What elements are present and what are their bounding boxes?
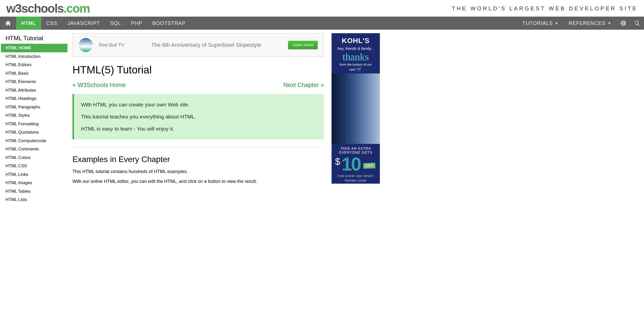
nav-item-sql[interactable]: SQL (105, 17, 126, 30)
ad-learn-more-button[interactable]: Learn more (288, 41, 318, 49)
intro-box: With HTML you can create your own Web si… (72, 94, 324, 139)
body-text: With our online HTML editor, you can edi… (72, 179, 324, 184)
right-column: KOHL'S hey, friends & family... thanks f… (332, 30, 382, 209)
pager: « W3Schools Home Next Chapter » (72, 82, 324, 89)
globe-button[interactable] (616, 17, 630, 30)
ad-banner-top[interactable]: Red Bull TV The 6th Anniversary of Super… (72, 33, 324, 57)
tagline: THE WORLD'S LARGEST WEB DEVELOPER SITE (452, 5, 638, 12)
cart-icon: 🛒 (356, 67, 362, 74)
ad-subhead: hey, friends & family... (332, 46, 380, 52)
home-icon (5, 20, 11, 26)
sidebar-item[interactable]: HTML Images (0, 179, 67, 187)
nav-item-php[interactable]: PHP (126, 17, 147, 30)
main-content: Red Bull TV The 6th Anniversary of Super… (67, 30, 332, 209)
caret-down-icon: ▼ (608, 21, 611, 25)
ad-dollar: $ (335, 156, 340, 167)
sidebar-item[interactable]: HTML Lists (0, 195, 67, 204)
next-link[interactable]: Next Chapter » (284, 82, 324, 89)
sidebar-item[interactable]: HTML Tables (0, 187, 67, 196)
sidebar-item-html-home[interactable]: HTML HOME (1, 44, 67, 52)
sidebar-item[interactable]: HTML Comments (0, 145, 67, 153)
sidebar-item[interactable]: HTML Styles (0, 111, 67, 120)
top-nav: HTML CSS JAVASCRIPT SQL PHP BOOTSTRAP TU… (0, 17, 644, 30)
sidebar-item[interactable]: HTML Paragraphs (0, 103, 67, 111)
sidebar-item[interactable]: HTML Quotations (0, 128, 67, 137)
logo-suffix: .com (63, 2, 90, 15)
sidebar-item[interactable]: HTML Formatting (0, 120, 67, 128)
search-button[interactable] (630, 17, 644, 30)
sidebar: HTML Tutorial HTML HOME HTML Introductio… (0, 30, 67, 209)
ad-take: TAKE AN EXTRA EVERYONE GETS (332, 144, 380, 154)
home-button[interactable] (0, 17, 16, 30)
sidebar-item[interactable]: HTML Colors (0, 153, 67, 162)
nav-dropdown-label: TUTORIALS (522, 20, 553, 26)
nav-item-css[interactable]: CSS (41, 17, 62, 30)
ad-image (332, 73, 380, 144)
sidebar-item[interactable]: HTML Headings (0, 94, 67, 103)
ad-logo-text: KOHL'S (332, 33, 380, 46)
sidebar-item[interactable]: HTML Elements (0, 77, 67, 86)
nav-item-bootstrap[interactable]: BOOTSTRAP (147, 17, 190, 30)
sidebar-heading: HTML Tutorial (0, 35, 67, 44)
globe-icon (620, 20, 626, 26)
ad-promo-line: PROMO CODE (332, 179, 380, 184)
nav-item-html[interactable]: HTML (16, 17, 41, 30)
caret-down-icon: ▼ (555, 21, 559, 25)
site-header: w3schools.com THE WORLD'S LARGEST WEB DE… (0, 0, 644, 17)
page-title: HTML(5) Tutorial (72, 64, 324, 76)
nav-dropdown-tutorials[interactable]: TUTORIALS▼ (517, 17, 564, 30)
ad-banner-side[interactable]: KOHL'S hey, friends & family... thanks f… (332, 33, 380, 184)
nav-dropdown-label: REFERENCES (569, 20, 606, 26)
ad-off-badge: OFF (363, 163, 376, 169)
search-icon (634, 20, 640, 26)
sidebar-item[interactable]: HTML Links (0, 170, 67, 179)
ad-title: The 6th Anniversary of Superbowl Slopest… (130, 42, 282, 48)
sidebar-item[interactable]: HTML Basic (0, 69, 67, 78)
sidebar-item[interactable]: HTML CSS (0, 162, 67, 170)
ad-amount: 10 (342, 153, 360, 175)
nav-dropdown-references[interactable]: REFERENCES▼ (564, 17, 616, 30)
intro-line: With HTML you can create your own Web si… (81, 102, 317, 108)
sidebar-item[interactable]: HTML Attributes (0, 86, 67, 95)
logo-text: w3schools (6, 2, 63, 15)
site-logo[interactable]: w3schools.com (6, 3, 90, 15)
divider (72, 147, 324, 147)
prev-link[interactable]: « W3Schools Home (72, 82, 126, 89)
ad-avatar (79, 38, 93, 52)
ad-line: from the bottom of our cart! 🛒 (332, 63, 380, 73)
nav-item-javascript[interactable]: JAVASCRIPT (62, 17, 105, 30)
sidebar-item[interactable]: HTML Computercode (0, 137, 67, 145)
body-text: This HTML tutorial contains hundreds of … (72, 169, 324, 174)
intro-line: HTML is easy to learn - You will enjoy i… (81, 126, 317, 132)
intro-line: This tutorial teaches you everything abo… (81, 114, 317, 120)
ad-thanks: thanks (332, 52, 380, 63)
ad-promo-line: FOR EVERY $50 SPENT (332, 175, 380, 179)
section-title: Examples in Every Chapter (72, 155, 324, 164)
sidebar-item[interactable]: HTML Editors (0, 61, 67, 69)
ad-offer: $ 10 OFF (332, 154, 380, 175)
sidebar-item[interactable]: HTML Introduction (0, 52, 67, 61)
ad-brand: Red Bull TV (99, 42, 124, 48)
